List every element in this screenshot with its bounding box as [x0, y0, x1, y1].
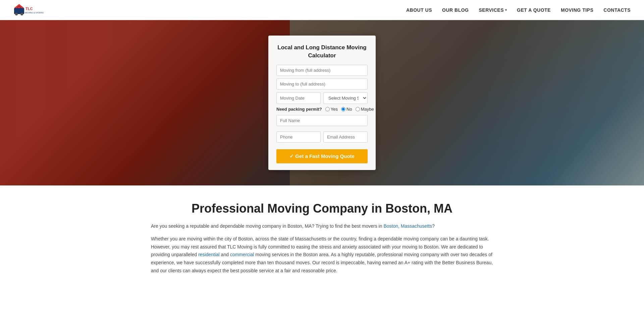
commercial-link[interactable]: commercial — [230, 252, 254, 257]
site-header: TLC MOVING & STORAGE ABOUT US OUR BLOG S… — [0, 0, 644, 20]
nav-about[interactable]: ABOUT US — [406, 7, 432, 13]
submit-button[interactable]: ✓ Get a Fast Moving Quote — [276, 149, 368, 163]
permit-yes-option[interactable]: Yes — [325, 107, 338, 112]
email-input[interactable] — [323, 131, 368, 143]
svg-marker-2 — [14, 4, 24, 8]
chevron-down-icon: ▾ — [505, 8, 507, 12]
permit-maybe-option[interactable]: Maybe — [356, 107, 374, 112]
phone-input[interactable] — [276, 131, 321, 143]
nav-tips[interactable]: MOVING TIPS — [561, 7, 593, 13]
permit-radio-group: Yes No Maybe — [325, 107, 374, 112]
logo[interactable]: TLC MOVING & STORAGE — [13, 3, 44, 17]
moving-to-input[interactable] — [276, 78, 368, 90]
intro-paragraph: Are you seeking a reputable and dependab… — [151, 222, 493, 230]
moving-calculator-card: Local and Long Distance Moving Calculato… — [268, 36, 376, 170]
name-row — [276, 115, 368, 129]
nav-contacts[interactable]: CONTACTS — [603, 7, 631, 13]
moving-from-input[interactable] — [276, 65, 368, 76]
svg-text:MOVING & STORAGE: MOVING & STORAGE — [25, 12, 44, 14]
date-size-row: Select Moving SIZEStudio1 Bedroom2 Bedro… — [276, 92, 368, 104]
hero-section: Local and Long Distance Moving Calculato… — [0, 20, 644, 185]
nav-blog[interactable]: OUR BLOG — [442, 7, 469, 13]
permit-yes-radio[interactable] — [325, 107, 330, 111]
nav-services[interactable]: SERVICES ▾ — [479, 7, 507, 13]
main-nav: ABOUT US OUR BLOG SERVICES ▾ GET A QUOTE… — [406, 7, 631, 13]
permit-maybe-radio[interactable] — [356, 107, 360, 111]
moving-size-select[interactable]: Select Moving SIZEStudio1 Bedroom2 Bedro… — [323, 92, 368, 104]
permit-row: Need packing permit? Yes No Maybe — [276, 107, 368, 112]
boston-link[interactable]: Boston, Massachusetts — [383, 223, 432, 229]
permit-no-radio[interactable] — [341, 107, 345, 111]
main-paragraph: Whether you are moving within the city o… — [151, 235, 493, 275]
nav-quote[interactable]: GET A QUOTE — [517, 7, 551, 13]
residential-link[interactable]: residential — [198, 252, 220, 257]
svg-point-3 — [15, 13, 18, 15]
page-heading: Professional Moving Company in Boston, M… — [151, 202, 493, 216]
phone-email-row — [276, 131, 368, 145]
full-name-input[interactable] — [276, 115, 368, 126]
svg-text:TLC: TLC — [25, 7, 33, 11]
permit-no-option[interactable]: No — [341, 107, 352, 112]
moving-date-input[interactable] — [276, 92, 321, 104]
content-section: Professional Moving Company in Boston, M… — [144, 185, 500, 293]
permit-label: Need packing permit? — [276, 107, 322, 112]
calculator-title: Local and Long Distance Moving Calculato… — [276, 44, 368, 60]
svg-point-4 — [20, 13, 23, 15]
